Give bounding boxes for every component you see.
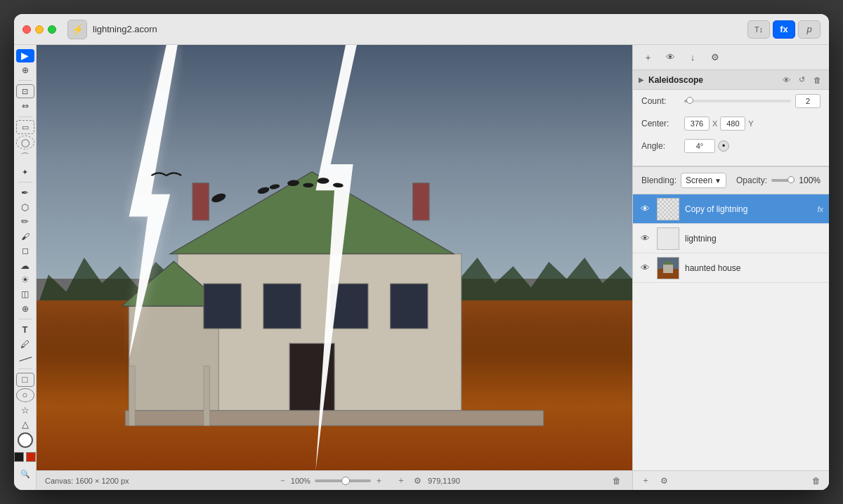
center-y-input[interactable] <box>720 117 745 131</box>
main-content: ▶ ⊕ ⊡ ⇔ ▭ ◯ ⌒ ✦ ✒ ⬡ ✏ 🖌 ◻ ☁ ☀ ◫ ⊕ T 🖊 ╱ … <box>14 45 829 490</box>
canvas-info: Canvas: 1600 × 1200 px <box>45 477 129 485</box>
filter-count-row: Count: <box>633 90 829 112</box>
minimize-button[interactable] <box>35 25 44 34</box>
canvas-scene <box>37 45 632 470</box>
line-tool[interactable]: ╱ <box>14 347 36 370</box>
svg-rect-5 <box>413 183 429 220</box>
dodge-tool[interactable]: ☀ <box>16 273 34 286</box>
layer-visibility-toggle-2[interactable]: 👁 <box>639 232 651 245</box>
layer-fx-indicator-1: fx <box>817 205 823 213</box>
eraser-tool[interactable]: ◻ <box>16 244 34 258</box>
filter-delete-icon[interactable]: 🗑 <box>811 74 823 86</box>
ellipse-select-tool[interactable]: ◯ <box>16 135 34 150</box>
smudge-tool[interactable]: ☁ <box>16 259 34 272</box>
coords-display: 979,1190 <box>428 477 460 485</box>
layer-visibility-toggle-1[interactable]: 👁 <box>639 203 651 215</box>
angle-label: Angle: <box>641 141 680 151</box>
lasso-tool[interactable]: ⌒ <box>16 151 34 164</box>
svg-rect-4 <box>192 183 209 220</box>
zoom-level: 100% <box>291 477 311 485</box>
arrow-tool[interactable]: △ <box>16 418 34 431</box>
angle-input[interactable] <box>684 139 715 153</box>
svg-rect-30 <box>658 228 679 249</box>
show-filter-button[interactable]: 👁 <box>661 50 679 65</box>
titlebar: ⚡ lightning2.acorn T↕ fx p <box>14 14 829 45</box>
count-label: Count: <box>641 96 680 106</box>
blend-tool[interactable]: ◫ <box>16 288 34 301</box>
svg-rect-25 <box>658 199 679 220</box>
ellipse-shape-tool[interactable]: ○ <box>16 388 34 402</box>
svg-rect-13 <box>204 366 210 425</box>
zoom-slider[interactable] <box>315 479 371 482</box>
paint-bucket-tool[interactable]: ⬡ <box>16 201 34 214</box>
center-x-input[interactable] <box>684 117 710 131</box>
svg-rect-35 <box>663 265 673 273</box>
layer-item-copy-lightning[interactable]: 👁 <box>633 194 829 224</box>
y-axis-label: Y <box>748 119 753 128</box>
zoom-minus[interactable]: － <box>279 475 287 486</box>
layer-item-lightning[interactable]: 👁 lightning <box>633 224 829 253</box>
layer-thumb-3 <box>657 257 679 279</box>
add-layer-statusbar[interactable]: ＋ <box>394 474 408 488</box>
export-filter-button[interactable]: ↓ <box>684 50 702 65</box>
filter-visibility-icon[interactable]: 👁 <box>780 74 792 86</box>
brush-size-preview[interactable] <box>18 432 33 448</box>
layer-visibility-toggle-3[interactable]: 👁 <box>639 262 651 274</box>
statusbar-actions: ＋ ⚙ 979,1190 <box>394 474 460 488</box>
close-button[interactable] <box>22 25 31 34</box>
rect-shape-tool[interactable]: □ <box>16 373 34 387</box>
canvas-area: Canvas: 1600 × 1200 px － 100% ＋ ＋ ⚙ 979,… <box>37 45 632 490</box>
svg-rect-11 <box>125 411 543 425</box>
add-filter-button[interactable]: ＋ <box>639 50 657 65</box>
blending-row: Blending: Screen ▼ Opacity: 100% <box>633 166 829 194</box>
layer-name-3: haunted house <box>685 263 823 273</box>
canvas-image[interactable] <box>37 45 632 470</box>
count-slider[interactable] <box>684 100 791 102</box>
app-window: ⚡ lightning2.acorn T↕ fx p ▶ ⊕ ⊡ ⇔ ▭ ◯ ⌒… <box>14 14 829 490</box>
blending-mode-select[interactable]: Screen ▼ <box>681 173 726 188</box>
crop-tool[interactable]: ⊡ <box>16 84 34 98</box>
count-slider-thumb <box>686 97 693 104</box>
pencil-tool[interactable]: ✏ <box>16 215 34 229</box>
filter-header-icons: 👁 ↺ 🗑 <box>780 74 823 86</box>
delete-layer-button[interactable]: 🗑 <box>809 474 823 488</box>
select-tool[interactable]: ▶ <box>16 49 34 62</box>
zoom-tool[interactable]: 🔍 <box>16 465 34 483</box>
brush-tool[interactable]: 🖌 <box>16 230 34 243</box>
background-color-swatch[interactable] <box>26 452 36 462</box>
magic-wand-tool[interactable]: ✦ <box>16 166 34 179</box>
panel-statusbar: ＋ ⚙ 🗑 <box>633 470 829 490</box>
stamp-tool[interactable]: ⊕ <box>16 303 34 316</box>
opacity-thumb <box>788 176 795 183</box>
eyedropper-tool[interactable]: ✒ <box>16 186 34 199</box>
count-input[interactable] <box>795 94 821 108</box>
foreground-color-swatch[interactable] <box>14 452 24 462</box>
left-toolbar: ▶ ⊕ ⊡ ⇔ ▭ ◯ ⌒ ✦ ✒ ⬡ ✏ 🖌 ◻ ☁ ☀ ◫ ⊕ T 🖊 ╱ … <box>14 45 37 490</box>
fx-panel-button[interactable]: fx <box>773 20 795 39</box>
blending-mode-value: Screen <box>686 175 712 185</box>
tools-panel-button[interactable]: T↕ <box>747 20 770 39</box>
svg-rect-7 <box>263 284 301 329</box>
settings-statusbar[interactable]: ⚙ <box>411 474 425 488</box>
layer-item-haunted-house[interactable]: 👁 haunted house <box>633 253 829 283</box>
svg-rect-12 <box>129 366 136 425</box>
filter-expand-icon[interactable]: ▶ <box>639 76 644 84</box>
text-tool[interactable]: T <box>16 323 34 336</box>
magnify-tool[interactable]: ⊕ <box>16 64 34 77</box>
maximize-button[interactable] <box>48 25 56 34</box>
add-layer-button[interactable]: ＋ <box>639 474 653 488</box>
transform-tool[interactable]: ⇔ <box>16 100 34 113</box>
zoom-plus[interactable]: ＋ <box>375 475 383 486</box>
delete-statusbar[interactable]: 🗑 <box>610 474 624 488</box>
traffic-lights <box>22 25 56 34</box>
opacity-value: 100% <box>799 175 821 185</box>
rect-select-tool[interactable]: ▭ <box>16 120 34 134</box>
properties-panel-button[interactable]: p <box>798 20 821 39</box>
zoom-controls: － 100% ＋ <box>279 475 383 486</box>
angle-dot-control[interactable]: • <box>718 140 729 152</box>
filter-reset-icon[interactable]: ↺ <box>795 74 808 86</box>
filter-settings-button[interactable]: ⚙ <box>706 50 724 65</box>
layer-settings-button[interactable]: ⚙ <box>657 474 671 488</box>
star-tool[interactable]: ☆ <box>16 404 34 417</box>
opacity-slider[interactable] <box>771 179 795 182</box>
